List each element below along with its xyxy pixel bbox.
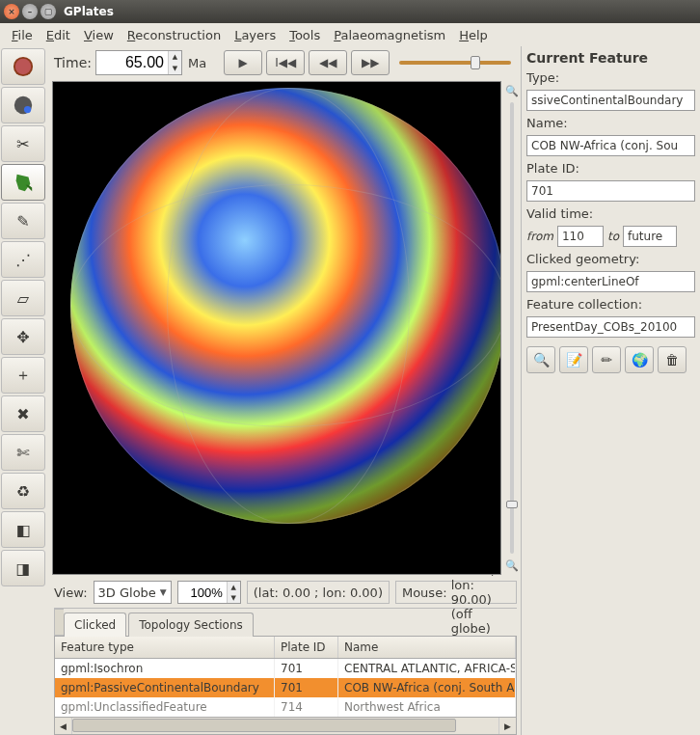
rewind-start-button[interactable]: I◀◀: [266, 50, 305, 75]
zoom-out-icon[interactable]: 🔍: [504, 558, 520, 573]
mouse-status: Mouse: (lat: 39.40 ; lon: 90.00) (off gl…: [395, 581, 517, 604]
time-unit: Ma: [188, 56, 206, 70]
table-row[interactable]: gpml:UnclassifiedFeature 714 Northwest A…: [55, 697, 516, 717]
tool-drag-globe[interactable]: [1, 48, 45, 85]
table-scrollbar[interactable]: ◀ ▶: [54, 718, 517, 735]
menu-view[interactable]: View: [78, 26, 120, 44]
zoom-down-icon[interactable]: ▼: [227, 592, 240, 603]
scroll-left-icon[interactable]: ◀: [55, 718, 72, 734]
tool-insert-vertex[interactable]: ＋: [1, 357, 45, 394]
globe-viewport[interactable]: [52, 81, 501, 575]
col-name[interactable]: Name: [338, 637, 516, 658]
tool-digitize-points[interactable]: ⋰: [1, 241, 45, 278]
menubar: File Edit View Reconstruction Layers Too…: [0, 23, 700, 46]
current-feature-panel: Current Feature Type: ssiveContinentalBo…: [521, 46, 700, 735]
window-title: GPlates: [64, 5, 114, 18]
clone-feature-button[interactable]: 🌍: [625, 346, 654, 373]
zoom-up-icon[interactable]: ▲: [227, 582, 240, 592]
time-down-icon[interactable]: ▼: [168, 63, 181, 74]
query-feature-button[interactable]: 🔍: [526, 346, 555, 373]
tool-build-topology[interactable]: ◧: [1, 511, 45, 548]
plateid-label: Plate ID:: [526, 161, 695, 176]
svg-point-3: [24, 106, 31, 113]
plateid-field[interactable]: 701: [526, 180, 695, 202]
valid-to-field[interactable]: future: [623, 226, 677, 247]
step-back-button[interactable]: ◀◀: [309, 50, 347, 75]
col-feature-type[interactable]: Feature type: [55, 637, 275, 658]
valid-from-field[interactable]: 110: [557, 226, 604, 247]
zoom-slider[interactable]: [510, 102, 514, 554]
menu-tools[interactable]: Tools: [283, 26, 326, 44]
name-field[interactable]: COB NW-Africa (conj. Sou: [526, 135, 695, 156]
tool-digitize-polyline[interactable]: ✎: [1, 203, 45, 239]
tab-clicked[interactable]: Clicked: [64, 612, 126, 637]
zoom-input[interactable]: [178, 582, 227, 603]
type-label: Type:: [526, 70, 695, 85]
play-button[interactable]: ▶: [224, 50, 262, 75]
tool-split-feature[interactable]: ✄: [1, 434, 45, 471]
tool-measure[interactable]: ✂: [1, 125, 45, 162]
time-input[interactable]: [96, 51, 168, 74]
delete-feature-button[interactable]: 🗑: [658, 346, 687, 373]
zoom-in-icon[interactable]: 🔍: [504, 83, 520, 98]
panel-heading: Current Feature: [526, 50, 695, 66]
tool-edit-topology[interactable]: ◨: [1, 550, 45, 586]
step-forward-button[interactable]: ▶▶: [351, 50, 390, 75]
menu-layers[interactable]: Layers: [229, 26, 282, 44]
menu-palaeomagnetism[interactable]: Palaeomagnetism: [328, 26, 451, 44]
tool-column: ✂ ✎ ⋰ ▱ ✥ ＋ ✖ ✄ ♻ ◧ ◨: [0, 46, 50, 735]
tab-topology-sections[interactable]: Topology Sections: [128, 612, 254, 637]
view-mode-combo[interactable]: 3D Globe▼: [94, 581, 172, 604]
name-label: Name:: [526, 116, 695, 130]
view-label: View:: [54, 585, 88, 600]
menu-reconstruction[interactable]: Reconstruction: [121, 26, 227, 44]
scroll-right-icon[interactable]: ▶: [498, 718, 516, 734]
dock-handle[interactable]: [54, 609, 64, 636]
type-field[interactable]: ssiveContinentalBoundary: [526, 90, 695, 111]
table-row[interactable]: gpml:PassiveContinentalBoundary 701 COB …: [55, 678, 516, 697]
chevron-down-icon: ▼: [160, 587, 167, 597]
copy-geometry-button[interactable]: ✏: [592, 346, 621, 373]
tool-delete-vertex[interactable]: ✖: [1, 395, 45, 432]
time-label: Time:: [54, 55, 92, 70]
col-plate-id[interactable]: Plate ID: [275, 637, 338, 658]
collection-label: Feature collection:: [526, 297, 695, 312]
camera-status: (lat: 0.00 ; lon: 0.00): [247, 581, 390, 604]
tool-move-vertex[interactable]: ✥: [1, 318, 45, 355]
geometry-label: Clicked geometry:: [526, 252, 695, 266]
tool-manipulate-pole[interactable]: ♻: [1, 473, 45, 509]
tool-digitize-polygon[interactable]: ▱: [1, 280, 45, 316]
minimize-icon[interactable]: –: [22, 4, 38, 19]
zoom-spinbox[interactable]: ▲▼: [177, 581, 241, 604]
tool-zoom-globe[interactable]: [1, 87, 45, 123]
svg-point-1: [15, 59, 32, 75]
menu-file[interactable]: File: [6, 26, 39, 44]
edit-feature-button[interactable]: 📝: [559, 346, 588, 373]
validtime-label: Valid time:: [526, 206, 695, 221]
time-spinbox[interactable]: ▲▼: [95, 50, 182, 75]
menu-edit[interactable]: Edit: [40, 26, 76, 44]
collection-field[interactable]: PresentDay_COBs_20100: [526, 316, 695, 338]
time-slider[interactable]: [393, 61, 517, 65]
maximize-icon[interactable]: ▢: [40, 4, 56, 19]
table-row[interactable]: gpml:Isochron 701 CENTRAL ATLANTIC, AFRI…: [55, 659, 516, 678]
feature-table: Feature type Plate ID Name gpml:Isochron…: [54, 636, 517, 718]
geometry-field[interactable]: gpml:centerLineOf: [526, 271, 695, 292]
close-icon[interactable]: ×: [4, 4, 19, 19]
menu-help[interactable]: Help: [453, 26, 494, 44]
tool-choose-feature[interactable]: [1, 164, 45, 201]
time-up-icon[interactable]: ▲: [168, 51, 181, 63]
